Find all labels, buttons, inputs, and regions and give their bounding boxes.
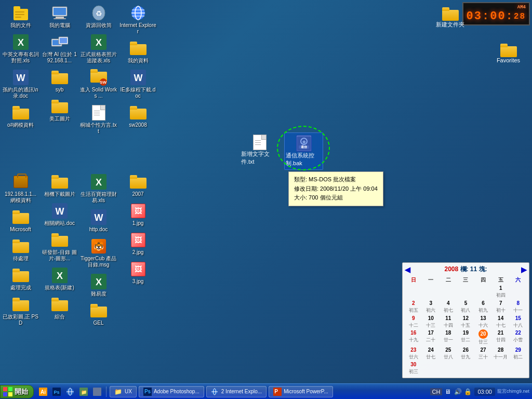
taskbar-powerpoint[interactable]: P Microsoft PowerP... — [269, 386, 332, 397]
desktop-icon-combined[interactable]: 綜合 — [40, 294, 79, 322]
cal-day-cell[interactable]: 8十一 — [509, 299, 527, 314]
cal-day-cell[interactable]: 18廿一 — [440, 329, 457, 346]
desktop-icon-gel[interactable]: GEL — [79, 300, 118, 328]
cal-day-cell[interactable]: 17二十 — [422, 329, 440, 346]
cal-day-cell[interactable]: 28十一月 — [492, 346, 510, 361]
cal-nav-next[interactable]: ▶ — [521, 265, 527, 274]
tiger-cub-label: TiggerCub 產品目錄.msg — [80, 256, 117, 268]
cal-day-cell[interactable]: 6初九 — [474, 299, 492, 314]
cal-day-cell[interactable]: 13十六 — [474, 314, 492, 329]
desktop-icon-3jpg[interactable]: 🖼 3.jpg — [118, 259, 157, 287]
cal-day-cell[interactable]: 4初七 — [440, 299, 457, 314]
desktop-icon-art-images[interactable]: 美工圖片 — [40, 96, 79, 124]
quicklaunch-misc1[interactable]: 📁 — [78, 386, 89, 397]
desktop-icon-1jpg[interactable]: 🖼 1.jpg — [118, 201, 157, 229]
cal-day-cell[interactable]: 3初六 — [422, 299, 440, 314]
desktop-icon-excel-table[interactable]: X 正式規格表照片追蹤表.xls — [79, 32, 118, 66]
desktop-icon-spec-new[interactable]: X 規格表(新建) — [40, 265, 79, 293]
desktop-icon-ie[interactable]: Internet Explorer — [118, 3, 157, 37]
desktop-icon-pending[interactable]: 待處理 — [1, 236, 40, 264]
desktop-icon-personal-speech[interactable]: 桐城个性方言.txt — [79, 102, 118, 137]
cal-day-cell[interactable]: 2初五 — [405, 299, 422, 314]
cal-day-lunar: 初二 — [510, 354, 526, 361]
desktop-icon-colored-psd[interactable]: 已故彩圖,正 PSD — [1, 294, 40, 328]
systray-security[interactable]: 🔒 — [463, 388, 472, 396]
cal-day-cell[interactable]: 10十三 — [422, 314, 440, 329]
desktop-icon-my-data[interactable]: 我的資料 — [118, 38, 157, 66]
cal-day-cell[interactable]: 19廿二 — [457, 329, 475, 346]
cal-day-cell[interactable]: 16十九 — [405, 329, 422, 346]
cal-day-cell[interactable]: 11十四 — [440, 314, 457, 329]
desktop-icon-sw2008[interactable]: sw2008 — [118, 102, 157, 130]
quicklaunch-misc2[interactable] — [91, 386, 103, 397]
desktop-icon-treasury[interactable]: X 生活百寶箱理財易.xls — [79, 171, 118, 206]
cal-day-cell[interactable]: 9十二 — [405, 314, 422, 329]
2jpg-icon: 🖼 — [130, 232, 147, 248]
cal-day-cell[interactable]: 15十八 — [509, 314, 527, 329]
desktop-icon-new-folder[interactable]: 新建文件夾 — [431, 5, 470, 31]
desktop-icon-solidworks[interactable]: SW 進入 Solid Works ... — [79, 67, 118, 101]
cal-day-cell[interactable]: 24廿七 — [422, 346, 440, 361]
desktop-icon-http-doc[interactable]: W http.doc — [79, 207, 118, 235]
cal-day-cell[interactable]: 1初四 — [492, 284, 510, 299]
quicklaunch-ai[interactable]: Ai — [37, 386, 49, 397]
quicklaunch-ps[interactable]: Ps — [51, 386, 62, 397]
desktop-icon-difficulty[interactable]: X 難易度 — [79, 271, 118, 299]
taskbar-ux-folder[interactable]: 📁 UX — [110, 386, 137, 397]
cal-day-lunar: 十三 — [423, 322, 439, 329]
desktop-icon-recycle[interactable]: ♻ 資源回收筒 — [79, 3, 118, 31]
cal-day-cell[interactable]: 22小雪 — [509, 329, 527, 346]
desktop-icon-my-computer[interactable]: 我的電腦 — [40, 3, 79, 31]
cal-day-cell[interactable]: 14十七 — [492, 314, 510, 329]
cal-nav-prev[interactable]: ◀ — [405, 265, 410, 274]
cal-day-cell[interactable]: 30初三 — [405, 361, 422, 376]
quicklaunch-ie[interactable] — [64, 386, 76, 397]
desktop-icon-network-ip[interactable]: 192.168.1.1... 網模資料 — [1, 171, 40, 206]
desktop-icon-my-docs[interactable]: 我的文件 — [1, 3, 40, 31]
cal-day-cell[interactable]: 20廿三 — [474, 329, 492, 346]
cal-day-lunar: 初六 — [423, 307, 439, 314]
svg-text:⚙: ⚙ — [302, 140, 305, 144]
cal-month: 11 — [470, 265, 477, 273]
desktop-icon-research[interactable]: 研發部-目錄 圖片-圖形... — [40, 230, 79, 264]
cal-day-cell[interactable]: 25廿八 — [440, 346, 457, 361]
svg-text:W: W — [134, 73, 142, 83]
desktop-icon-photo-dl[interactable]: 相機下載圖片 — [40, 171, 79, 200]
svg-rect-44 — [3, 387, 7, 391]
taskbar-photoshop[interactable]: Ps Adobe Photoshop... — [139, 386, 204, 397]
desktop-icon-selected-bak[interactable]: ⚙ 通信 通信系統控制.bak — [284, 132, 323, 170]
desktop-icon-syb[interactable]: syb — [40, 67, 79, 95]
taskbar-ie[interactable]: 2 Internet Explo... — [206, 386, 267, 397]
desktop-icon-sun-comms[interactable]: W 孫約兵的通訊\n录.doc — [1, 67, 40, 101]
desktop-icon-new-text-file[interactable]: 新增文字文件.txt — [240, 132, 279, 168]
desktop-icon-microsoft[interactable]: Microsoft — [1, 207, 40, 235]
desktop-icon-2jpg[interactable]: 🖼 2.jpg — [118, 230, 157, 258]
cal-day-cell[interactable]: 12十五 — [457, 314, 475, 329]
desktop-icon-tiger-cub[interactable]: 🐯 TiggerCub 產品目錄.msg — [79, 236, 118, 270]
systray-network[interactable]: 🖥 — [444, 388, 452, 396]
svg-rect-47 — [8, 392, 12, 396]
cal-day-cell[interactable]: 26廿九 — [457, 346, 475, 361]
cal-day-cell[interactable]: 27三十 — [474, 346, 492, 361]
cal-day-lunar: 初三 — [406, 368, 421, 375]
desktop-icon-favorites[interactable]: Favorites — [489, 42, 528, 65]
start-button[interactable]: 開始 — [0, 385, 34, 398]
desktop-icon-molding[interactable]: o#網模資料 — [1, 102, 40, 130]
desktop-icon-dict[interactable]: X 中英文專有名詞對照.xls — [1, 32, 40, 66]
desktop-icon-ie-dl[interactable]: W IE多線程下載.doc — [118, 67, 157, 101]
svg-text:W: W — [94, 212, 103, 223]
desktop-icon-year2007[interactable]: 2007 — [118, 171, 157, 200]
cal-day-lunar: 十一月 — [493, 354, 509, 361]
desktop-icon-taiwan-ai[interactable]: 台灣 AI (位於 192.168.1... — [40, 32, 79, 66]
cal-day-cell[interactable]: 7初十 — [492, 299, 510, 314]
svg-text:♻: ♻ — [95, 9, 102, 18]
cal-day-cell[interactable]: 29初二 — [509, 346, 527, 361]
systray-volume[interactable]: 🔊 — [454, 388, 462, 396]
desktop-icon-done-color[interactable]: 處理完成 — [1, 265, 40, 293]
cal-day-cell[interactable]: 5初八 — [457, 299, 475, 314]
cal-day-cell[interactable]: 21廿四 — [492, 329, 510, 346]
folder-icon — [442, 7, 459, 21]
cal-day-cell[interactable]: 23廿六 — [405, 346, 422, 361]
systray-lang[interactable]: CH — [430, 388, 443, 395]
desktop-icon-related-sites[interactable]: W 相關網站.doc — [40, 201, 79, 229]
